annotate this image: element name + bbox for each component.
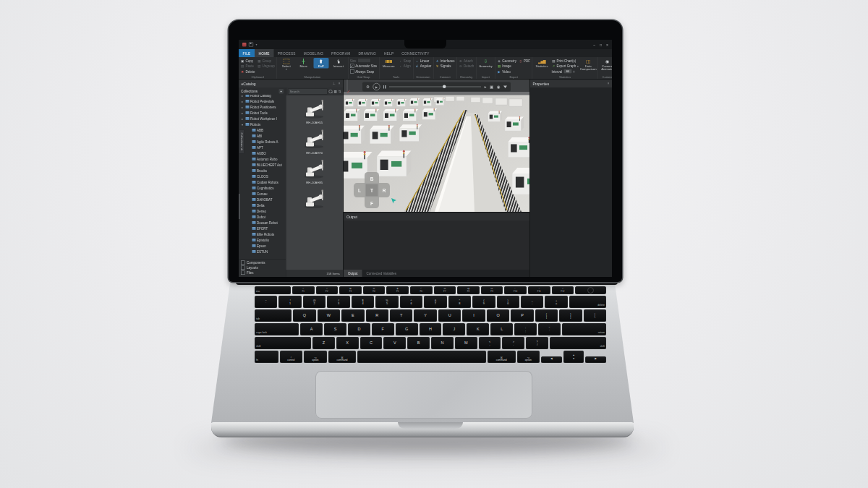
ribbon-item[interactable]: Linear — [415, 58, 432, 64]
search-input[interactable] — [288, 89, 327, 95]
ribbon-item[interactable]: Copy — [241, 58, 255, 64]
interval-spinner[interactable]: ▲▼ — [573, 69, 574, 73]
tree-item[interactable]: Comau — [239, 191, 286, 197]
ribbon-tab[interactable]: CONNECTIVITY — [398, 49, 433, 57]
grid-view-icon[interactable]: ▦ — [333, 90, 336, 93]
add-collection-button[interactable]: + — [279, 89, 284, 94]
tree-item[interactable]: Delta — [239, 202, 286, 208]
ribbon-tab[interactable]: MODELING — [299, 49, 327, 57]
sim-settings-gear-icon[interactable]: ⚙ — [366, 85, 370, 89]
search-icon[interactable] — [328, 90, 332, 93]
ribbon-tab[interactable]: PROGRAM — [328, 49, 354, 57]
filter-checkbox[interactable] — [241, 261, 245, 265]
viewport-3d-scene[interactable]: B L T R F — [344, 80, 529, 212]
expander-icon[interactable]: ▸ — [242, 106, 244, 109]
ribbon-item[interactable]: Paste — [241, 64, 255, 69]
ribbon-tab[interactable]: DRAWING — [354, 49, 380, 57]
ribbon-item[interactable]: Image — [497, 64, 516, 69]
tree-item[interactable]: Autonox Robo — [239, 156, 286, 162]
sim-pause-icon[interactable] — [383, 85, 386, 89]
tree-item[interactable]: BLUECHERT Aut — [239, 162, 286, 168]
move-button[interactable]: ╋ Move — [296, 58, 311, 69]
automatic-size-checkbox[interactable]: ✓ — [350, 64, 354, 69]
data-comparison-button[interactable]: ◫ Data Comparison — [581, 58, 596, 72]
tree-item[interactable]: Epistolio — [239, 237, 286, 243]
tree-item[interactable]: DANOBAT — [239, 197, 286, 202]
ribbon-tab[interactable]: FILE — [239, 49, 255, 57]
tree-item[interactable]: Cognibotics — [239, 185, 286, 191]
tree-item[interactable]: AUBO — [239, 150, 286, 156]
ribbon-tab[interactable]: PROCESS — [273, 49, 299, 57]
output-tab[interactable]: Output — [344, 270, 362, 277]
pnp-button[interactable]: PnP — [313, 58, 328, 69]
import-geometry-button[interactable]: ⇩ Geometry — [478, 58, 493, 69]
tree-item[interactable]: ESTUN — [239, 249, 286, 254]
sim-speed-slider[interactable] — [389, 87, 481, 87]
quick-access-caret-icon[interactable]: ▾ — [256, 43, 258, 46]
ribbon-item[interactable]: Interfaces — [435, 58, 455, 64]
sim-screen-icon[interactable]: ▣ — [490, 85, 493, 89]
ribbon-item[interactable]: Signals — [435, 64, 455, 69]
tree-item[interactable]: ▸ Robot Workpiece I — [239, 116, 286, 121]
tree-item[interactable]: Epson — [239, 243, 286, 249]
catalog-item[interactable]: RH-10AH55 — [293, 97, 336, 127]
ribbon-item[interactable]: Detach — [459, 64, 474, 69]
collections-collapsed-tab[interactable]: Collections ≫ — [239, 130, 244, 154]
filter-icon[interactable] — [503, 85, 507, 88]
tree-item[interactable]: EFORT — [239, 226, 286, 231]
interact-button[interactable]: Interact — [331, 58, 346, 69]
tree-item[interactable]: Elite Robots — [239, 231, 286, 237]
tree-item[interactable]: Dobot — [239, 214, 286, 220]
sort-icon[interactable]: ⇅ — [339, 90, 341, 93]
viewport-3d[interactable]: B L T R F — [344, 80, 529, 212]
ribbon-item[interactable]: Ungroup — [258, 64, 275, 69]
save-icon[interactable] — [249, 43, 253, 47]
camera-animator-button[interactable]: ◉ Camera Animator — [600, 58, 612, 72]
tree-item[interactable]: ▸ Robot Pedestals — [239, 98, 286, 104]
ribbon-item[interactable]: Delete — [241, 69, 255, 74]
measure-button[interactable]: Measure — [381, 58, 396, 69]
always-snap-checkbox[interactable] — [350, 69, 354, 74]
output-tab[interactable]: Connected Variables — [362, 270, 401, 277]
tree-item[interactable]: Doosan Robot — [239, 220, 286, 226]
export-graph-button[interactable]: Export Graph▾ — [552, 64, 579, 69]
tree-item[interactable]: ABB — [239, 127, 286, 133]
catalog-item[interactable]: RH-10AH70 — [293, 127, 336, 158]
tree-item[interactable]: ABI — [239, 133, 286, 139]
tree-item[interactable]: Denso — [239, 208, 286, 214]
tree-item[interactable]: CLOOS — [239, 174, 286, 179]
close-icon[interactable]: × — [608, 82, 610, 85]
ribbon-item[interactable]: Align — [399, 64, 412, 69]
filter-checkbox[interactable] — [241, 271, 245, 275]
tree-item[interactable]: ▸ Robot Tools — [239, 110, 286, 116]
interval-input[interactable]: 60 — [563, 69, 572, 74]
print-chart-button[interactable]: Print Chart(s) — [552, 58, 579, 64]
app-logo-icon[interactable] — [242, 43, 247, 47]
ribbon-item[interactable]: Angular — [415, 64, 432, 69]
filter-checkbox-row[interactable]: Components — [241, 261, 284, 265]
sim-play-button[interactable]: ▶ — [373, 83, 380, 90]
sim-camera-icon[interactable]: ◉ — [497, 85, 501, 89]
slider-knob[interactable] — [443, 85, 446, 89]
tree-item[interactable]: Agile Robots A — [239, 139, 286, 145]
pin-icon[interactable]: ⊥ — [333, 82, 336, 85]
catalog-item[interactable]: RH-10AH85 — [293, 157, 336, 187]
ribbon-item[interactable]: Geometry — [497, 58, 516, 64]
ribbon-item[interactable]: PDF — [519, 58, 530, 64]
close-button[interactable]: × — [606, 43, 608, 47]
expander-icon[interactable]: ▸ — [242, 111, 244, 115]
ribbon-item[interactable]: Attach — [459, 58, 474, 64]
filter-checkbox-row[interactable]: Files — [241, 271, 284, 275]
tree-item[interactable]: Brooks — [239, 168, 286, 174]
tree-item[interactable]: APT — [239, 145, 286, 150]
ribbon-item[interactable]: Group — [258, 58, 275, 64]
ribbon-item[interactable]: Snap — [399, 58, 412, 64]
select-button[interactable]: Select ▾ — [278, 58, 294, 71]
maximize-button[interactable]: □ — [600, 43, 602, 47]
tree-item[interactable]: Codian Robots — [239, 179, 286, 185]
ribbon-item[interactable]: Video — [497, 69, 516, 74]
filter-checkbox-row[interactable]: Layouts — [241, 266, 284, 270]
ribbon-tab[interactable]: HOME — [255, 49, 273, 57]
expander-icon[interactable]: ▸ — [242, 117, 244, 121]
minimize-button[interactable]: – — [593, 43, 595, 47]
